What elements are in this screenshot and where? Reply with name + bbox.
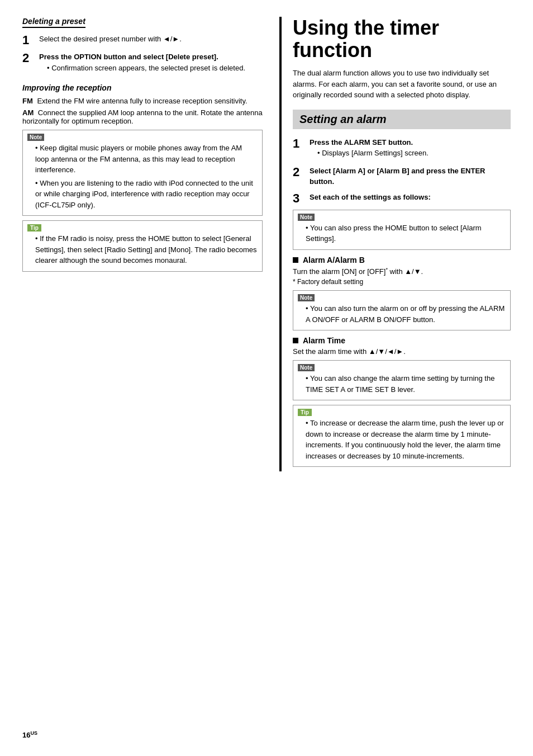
fm-block: FM Extend the FM wire antenna fully to i…: [22, 97, 263, 105]
alarm-step-3-content: Set each of the settings as follows:: [310, 192, 431, 203]
alarm-step-3: 3 Set each of the settings as follows:: [293, 192, 511, 205]
am-label: AM: [22, 108, 34, 117]
tip-label-1: Tip: [27, 224, 41, 231]
note-bullet-2: When you are listening to the radio with…: [35, 178, 258, 211]
black-square-icon-2: [293, 338, 298, 343]
note-bullet-1: Keep digital music players or mobile pho…: [35, 143, 258, 176]
alarm-step-1-bullet: Displays [Alarm Settings] screen.: [317, 148, 429, 159]
alarm-note-3: Note You can also change the alarm time …: [293, 360, 511, 400]
tip-label-2: Tip: [298, 409, 312, 416]
alarm-note-label-3: Note: [298, 364, 315, 371]
alarm-tip-2: Tip To increase or decrease the alarm ti…: [293, 405, 511, 467]
alarm-note-bullet-1: You can also press the HOME button to se…: [306, 223, 506, 244]
alarm-note-label-2: Note: [298, 294, 315, 301]
alarm-step-2: 2 Select [Alarm A] or [Alarm B] and pres…: [293, 166, 511, 187]
setting-alarm-box: Setting an alarm: [293, 110, 511, 129]
black-square-icon: [293, 257, 298, 263]
alarm-note-bullet-3: You can also change the alarm time setti…: [306, 373, 506, 395]
note-label-1: Note: [27, 134, 44, 141]
tip-box-1: Tip If the FM radio is noisy, press the …: [22, 220, 263, 272]
step-2-number: 2: [22, 51, 34, 65]
alarm-note-2: Note You can also turn the alarm on or o…: [293, 290, 511, 330]
deleting-heading: Deleting a preset: [22, 17, 85, 28]
alarm-step-1-content: Press the ALARM SET button. Displays [Al…: [310, 137, 429, 161]
alarm-ab-heading-text: Alarm A/Alarm B: [303, 256, 365, 264]
alarm-step-1-number: 1: [293, 137, 304, 150]
am-block: AM Connect the supplied AM loop antenna …: [22, 108, 263, 125]
note-box-1: Note Keep digital music players or mobil…: [22, 130, 263, 216]
tip-bullet-1: If the FM radio is noisy, press the HOME…: [35, 233, 258, 266]
step-2-content: Press the OPTION button and select [Dele…: [39, 51, 245, 75]
alarm-ab-text: Turn the alarm [ON] or [OFF]* with ▲/▼.: [293, 267, 511, 276]
am-text: Connect the supplied AM loop antenna to …: [22, 108, 263, 125]
big-title: Using the timer function: [293, 17, 511, 61]
improving-heading: Improving the reception: [22, 83, 263, 92]
fm-label: FM: [22, 97, 33, 105]
alarm-step-2-content: Select [Alarm A] or [Alarm B] and press …: [310, 166, 511, 187]
alarm-step-2-text: Select [Alarm A] or [Alarm B] and press …: [310, 167, 485, 186]
alarm-time-text: Set the alarm time with ▲/▼/◄/►.: [293, 347, 511, 356]
alarm-time-heading: Alarm Time: [293, 336, 511, 345]
alarm-step-2-number: 2: [293, 166, 304, 179]
alarm-step-3-number: 3: [293, 192, 304, 205]
step-2-text: Press the OPTION button and select [Dele…: [39, 53, 218, 61]
step-1-number: 1: [22, 34, 34, 47]
alarm-note-label-1: Note: [298, 214, 315, 221]
step-1-text: Select the desired preset number with ◄/…: [39, 34, 182, 45]
step-2-bullet: Confirmation screen appears, the selecte…: [47, 63, 245, 74]
right-column: Using the timer function The dual alarm …: [279, 17, 511, 471]
alarm-note-bullet-2: You can also turn the alarm on or off by…: [306, 303, 506, 325]
deleting-section: Deleting a preset 1 Select the desired p…: [22, 17, 263, 75]
step-1: 1 Select the desired preset number with …: [22, 34, 263, 47]
step-2: 2 Press the OPTION button and select [De…: [22, 51, 263, 75]
setting-alarm-title: Setting an alarm: [299, 113, 387, 125]
alarm-step-1: 1 Press the ALARM SET button. Displays […: [293, 137, 511, 161]
page-number: 16US: [22, 730, 37, 739]
alarm-note-1: Note You can also press the HOME button …: [293, 210, 511, 250]
tip-bullet-2: To increase or decrease the alarm time, …: [306, 418, 506, 461]
intro-text: The dual alarm function allows you to us…: [293, 68, 511, 101]
improving-section: Improving the reception FM Extend the FM…: [22, 83, 263, 272]
left-column: Deleting a preset 1 Select the desired p…: [22, 17, 263, 471]
alarm-time-heading-text: Alarm Time: [303, 336, 345, 345]
alarm-ab-footnote: * Factory default setting: [293, 278, 511, 286]
alarm-ab-heading: Alarm A/Alarm B: [293, 256, 511, 264]
alarm-step-3-text: Set each of the settings as follows:: [310, 193, 431, 201]
alarm-step-1-text: Press the ALARM SET button.: [310, 138, 413, 147]
fm-text: Extend the FM wire antenna fully to incr…: [37, 97, 247, 105]
